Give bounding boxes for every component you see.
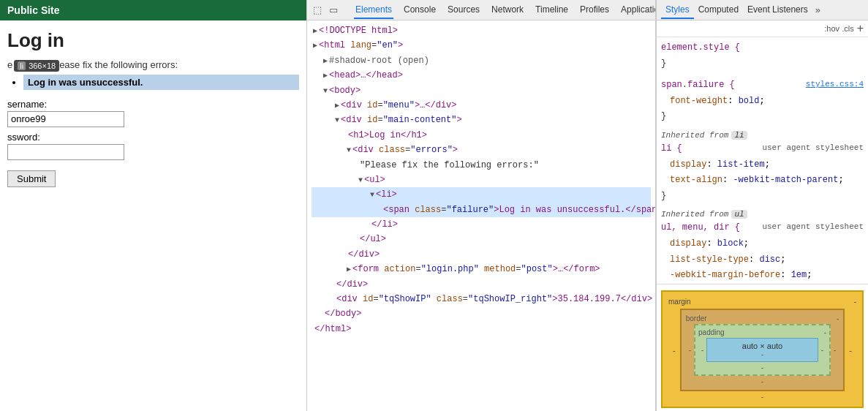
box-inner-padding: padding - - auto × auto - - bbox=[694, 324, 831, 376]
tab-computed[interactable]: Computed bbox=[694, 1, 743, 19]
username-input[interactable] bbox=[7, 111, 124, 127]
triangle-icon[interactable] bbox=[323, 69, 328, 82]
styles-filter-input[interactable] bbox=[661, 23, 821, 34]
tree-li[interactable]: <li> bbox=[312, 187, 651, 202]
css-rule-span-failure: span.failure { styles.css:4 font-weight:… bbox=[661, 78, 864, 125]
box-model-container: margin - - border - - padding - bbox=[657, 284, 868, 411]
tab-sources[interactable]: Sources bbox=[446, 1, 481, 19]
triangle-icon[interactable] bbox=[347, 144, 351, 157]
right-margin-val: - bbox=[845, 346, 856, 355]
device-icon[interactable]: ▭ bbox=[328, 4, 339, 16]
tree-html-close[interactable]: </html> bbox=[312, 322, 651, 336]
tab-console[interactable]: Console bbox=[402, 1, 437, 19]
tab-application[interactable]: Application bbox=[619, 1, 656, 19]
css-prop-text-align: text-align: -webkit-match-parent; bbox=[661, 173, 864, 189]
tab-network[interactable]: Network bbox=[490, 1, 525, 19]
error-intro-rest: ease fix the following errors: bbox=[59, 59, 178, 70]
tree-ul[interactable]: <ul> bbox=[312, 173, 651, 187]
tab-event-listeners[interactable]: Event Listeners bbox=[743, 1, 812, 19]
tab-styles[interactable]: Styles bbox=[661, 1, 694, 19]
styles-content: element.style { } span.failure { styles.… bbox=[657, 37, 868, 284]
devtools-toolbar: ⬚ ▭ Elements Console Sources Network Tim… bbox=[307, 0, 655, 20]
tree-span-failure[interactable]: <span class="failure">Log in was unsucce… bbox=[312, 203, 651, 217]
css-selector-element: element.style { bbox=[661, 40, 864, 56]
site-content: Log in e li 366×18 ease fix the followin… bbox=[0, 20, 306, 411]
tree-div-main[interactable]: <div id="main-content"> bbox=[312, 113, 651, 127]
box-middle-row: - border - - padding - bbox=[668, 309, 856, 391]
css-source-link[interactable]: styles.css:4 bbox=[806, 78, 864, 92]
triangle-icon[interactable] bbox=[323, 85, 328, 97]
html-tree: <!DOCTYPE html> <html lang="en"> #shadow… bbox=[307, 20, 655, 411]
more-style-tabs-icon[interactable]: » bbox=[815, 4, 820, 15]
tab-elements[interactable]: Elements bbox=[354, 1, 393, 19]
error-text: Log in was unsuccessful. bbox=[28, 77, 143, 88]
add-style-icon[interactable]: + bbox=[857, 23, 864, 34]
error-intro: e li 366×18 ease fix the following error… bbox=[7, 59, 299, 72]
padding-label: padding bbox=[698, 328, 725, 336]
devtools-panel: ⬚ ▭ Elements Console Sources Network Tim… bbox=[307, 0, 656, 411]
tree-div-menu[interactable]: <div id="menu">…</div> bbox=[312, 98, 651, 113]
tree-html[interactable]: <html lang="en"> bbox=[312, 38, 651, 53]
css-rule-header: span.failure { styles.css:4 bbox=[661, 78, 864, 94]
styles-tabs: Styles Computed Event Listeners » bbox=[657, 0, 868, 20]
website-panel: Public Site Log in e li 366×18 ease fix … bbox=[0, 0, 307, 411]
tooltip-badge: li 366×18 bbox=[14, 60, 59, 72]
tab-profiles[interactable]: Profiles bbox=[578, 1, 611, 19]
css-rule-li: li { user agent stylesheet display: list… bbox=[661, 141, 864, 204]
triangle-icon[interactable] bbox=[335, 114, 339, 127]
username-label: sername: bbox=[7, 99, 299, 110]
password-label: ssword: bbox=[7, 132, 299, 143]
tree-form[interactable]: <form action="login.php" method="post">…… bbox=[312, 262, 651, 276]
tree-div-errors-close[interactable]: </div> bbox=[312, 247, 651, 262]
triangle-icon[interactable] bbox=[347, 263, 351, 276]
triangle-icon[interactable] bbox=[313, 25, 317, 37]
inherited-li-tag: li bbox=[731, 131, 747, 140]
error-list: Log in was unsuccessful. bbox=[7, 75, 299, 90]
site-header-label: Public Site bbox=[7, 4, 60, 16]
site-header: Public Site bbox=[0, 0, 306, 20]
tree-li-close[interactable]: </li> bbox=[312, 217, 651, 232]
submit-group: Submit bbox=[7, 165, 299, 187]
tree-div-errors[interactable]: <div class="errors"> bbox=[312, 143, 651, 157]
toolbar-icons: ⬚ ▭ bbox=[312, 4, 339, 16]
margin-label: margin bbox=[668, 298, 691, 306]
inherited-from-li-label: Inherited from li bbox=[661, 131, 864, 140]
tree-shadow-root[interactable]: #shadow-root (open) bbox=[312, 53, 651, 68]
filter-pseudo-label[interactable]: :hov .cls bbox=[824, 24, 853, 33]
css-prop-list-style: list-style-type: disc; bbox=[661, 252, 864, 268]
css-source-agent-ul: user agent stylesheet bbox=[762, 220, 864, 235]
tree-doctype[interactable]: <!DOCTYPE html> bbox=[312, 23, 651, 38]
error-intro-text: e bbox=[7, 59, 12, 70]
tree-h1[interactable]: <h1>Log in</h1> bbox=[312, 128, 651, 143]
box-center: auto × auto - bbox=[706, 338, 818, 362]
tree-div-main-close[interactable]: </div> bbox=[312, 277, 651, 292]
tooltip-size: 366×18 bbox=[29, 61, 56, 70]
submit-button[interactable]: Submit bbox=[7, 170, 56, 187]
tab-timeline[interactable]: Timeline bbox=[534, 1, 570, 19]
styles-panel: Styles Computed Event Listeners » :hov .… bbox=[656, 0, 868, 411]
tree-text-errors[interactable]: "Please fix the following errors:" bbox=[312, 158, 651, 173]
triangle-icon[interactable] bbox=[313, 39, 317, 52]
password-input[interactable] bbox=[7, 144, 124, 160]
tree-ul-close[interactable]: </ul> bbox=[312, 232, 651, 246]
triangle-icon[interactable] bbox=[335, 99, 339, 112]
triangle-icon[interactable] bbox=[370, 189, 374, 201]
triangle-icon[interactable] bbox=[323, 55, 328, 67]
tree-head[interactable]: <head>…</head> bbox=[312, 68, 651, 83]
username-group: sername: bbox=[7, 99, 299, 127]
tree-body[interactable]: <body> bbox=[312, 83, 651, 98]
tooltip-tag: li bbox=[18, 61, 26, 70]
border-label: border bbox=[686, 314, 707, 323]
border-dash: - bbox=[837, 314, 839, 323]
cursor-icon[interactable]: ⬚ bbox=[312, 4, 323, 16]
inherited-ul-tag: ul bbox=[731, 210, 747, 219]
left-margin-val: - bbox=[668, 346, 680, 355]
triangle-icon[interactable] bbox=[358, 174, 363, 186]
box-center-text: auto × auto bbox=[742, 342, 782, 350]
css-rule-header: ul, menu, dir { user agent stylesheet bbox=[661, 220, 864, 236]
tree-body-close[interactable]: </body> bbox=[312, 306, 651, 321]
inherited-label-text: Inherited from bbox=[661, 210, 728, 219]
styles-filter-bar: :hov .cls + bbox=[657, 20, 868, 37]
tree-div-ip[interactable]: <div id="tqShowIP" class="tqShowIP_right… bbox=[312, 292, 651, 306]
box-inner-border: border - - padding - - bbox=[680, 309, 845, 391]
